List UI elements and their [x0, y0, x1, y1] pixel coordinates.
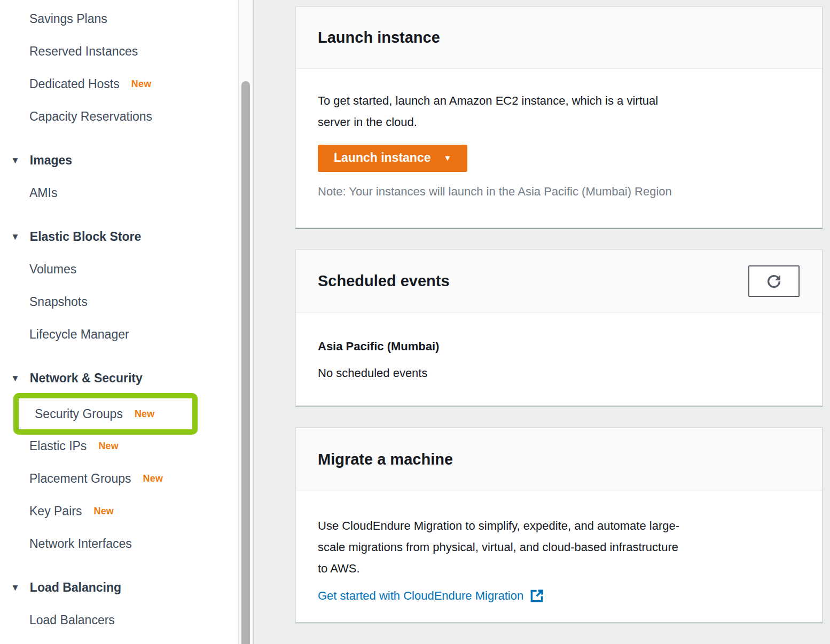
sidebar-item-volumes[interactable]: Volumes	[0, 253, 238, 286]
sidebar-item-load-balancers[interactable]: Load Balancers	[0, 604, 238, 637]
sidebar-scrollbar	[238, 0, 254, 644]
launch-instance-button[interactable]: Launch instance ▼	[318, 145, 467, 172]
chevron-down-icon: ▼	[11, 374, 20, 383]
sidebar-item-label: Savings Plans	[29, 12, 107, 26]
external-link-icon	[523, 589, 544, 603]
caret-down-icon: ▼	[443, 154, 451, 162]
launch-instance-description: To get started, launch an Amazon EC2 ins…	[318, 90, 801, 133]
ec2-dashboard-main: Launch instance To get started, launch a…	[254, 0, 830, 644]
sidebar-section-elastic-block-store[interactable]: ▼ Elastic Block Store	[0, 221, 238, 253]
cloudendure-link[interactable]: Get started with CloudEndure Migration	[318, 589, 544, 603]
card-title: Migrate a machine	[318, 451, 453, 468]
sidebar-section-load-balancing[interactable]: ▼ Load Balancing	[0, 571, 238, 604]
sidebar-item-capacity-reservations[interactable]: Capacity Reservations	[0, 100, 238, 133]
refresh-button[interactable]	[748, 265, 800, 297]
sidebar-section-network-security[interactable]: ▼ Network & Security	[0, 362, 238, 395]
sidebar-item-reserved-instances[interactable]: Reserved Instances	[0, 35, 238, 68]
sidebar-item-lifecycle-manager[interactable]: Lifecycle Manager	[0, 318, 238, 351]
new-badge: New	[135, 409, 155, 420]
sidebar-item-label: Volumes	[29, 262, 76, 277]
sidebar-item-label: Snapshots	[29, 295, 88, 309]
scheduled-events-card-header: Scheduled events	[296, 250, 822, 313]
scheduled-events-card-body: Asia Pacific (Mumbai) No scheduled event…	[296, 313, 822, 405]
sidebar-scrollbar-thumb[interactable]	[241, 81, 250, 644]
scheduled-events-status: No scheduled events	[318, 366, 801, 380]
ec2-sidebar: Savings Plans Reserved Instances Dedicat…	[0, 0, 238, 644]
sidebar-item-label: Security Groups	[35, 407, 123, 421]
new-badge: New	[93, 506, 114, 517]
sidebar-item-savings-plans[interactable]: Savings Plans	[0, 3, 238, 35]
migrate-description: Use CloudEndure Migration to simplify, e…	[318, 515, 801, 579]
new-badge: New	[143, 473, 163, 484]
launch-instance-card-body: To get started, launch an Amazon EC2 ins…	[296, 69, 822, 227]
sidebar-item-amis[interactable]: AMIs	[0, 177, 238, 209]
new-badge: New	[131, 78, 152, 90]
launch-instance-button-label: Launch instance	[334, 151, 430, 165]
sidebar-section-label: Images	[30, 153, 72, 168]
sidebar-item-elastic-ips[interactable]: Elastic IPs New	[0, 430, 238, 462]
highlight-box: Security Groups New	[13, 393, 198, 435]
sidebar-item-label: Lifecycle Manager	[29, 327, 129, 342]
sidebar-item-label: Load Balancers	[29, 613, 115, 627]
new-badge: New	[98, 441, 119, 452]
card-title: Launch instance	[318, 29, 440, 46]
launch-instance-card-header: Launch instance	[296, 7, 822, 69]
sidebar-section-label: Load Balancing	[30, 580, 121, 595]
launch-region-note: Note: Your instances will launch in the …	[318, 185, 801, 199]
migrate-machine-card: Migrate a machine Use CloudEndure Migrat…	[295, 427, 823, 623]
sidebar-item-label: Elastic IPs	[29, 439, 87, 453]
sidebar-section-images[interactable]: ▼ Images	[0, 144, 238, 177]
migrate-machine-card-header: Migrate a machine	[296, 428, 822, 491]
sidebar-item-label: Reserved Instances	[29, 44, 138, 59]
chevron-down-icon: ▼	[11, 583, 20, 592]
sidebar-item-label: Placement Groups	[29, 472, 131, 486]
card-title: Scheduled events	[318, 272, 450, 290]
sidebar-item-dedicated-hosts[interactable]: Dedicated Hosts New	[0, 68, 238, 100]
migrate-machine-card-body: Use CloudEndure Migration to simplify, e…	[296, 491, 822, 622]
sidebar-item-label: Network Interfaces	[29, 537, 132, 551]
cloudendure-link-label: Get started with CloudEndure Migration	[318, 589, 523, 603]
sidebar-item-network-interfaces[interactable]: Network Interfaces	[0, 528, 238, 560]
sidebar-item-security-groups[interactable]: Security Groups New	[19, 398, 192, 429]
chevron-down-icon: ▼	[11, 156, 20, 165]
sidebar-section-label: Elastic Block Store	[30, 230, 141, 244]
sidebar-item-label: Key Pairs	[29, 504, 82, 519]
sidebar-item-key-pairs[interactable]: Key Pairs New	[0, 495, 238, 528]
sidebar-item-label: Capacity Reservations	[29, 109, 152, 124]
chevron-down-icon: ▼	[11, 232, 20, 241]
scheduled-events-card: Scheduled events Asia Pacific (Mumbai) N…	[295, 249, 823, 406]
sidebar-item-snapshots[interactable]: Snapshots	[0, 286, 238, 318]
sidebar-item-label: Dedicated Hosts	[29, 77, 120, 91]
launch-instance-card: Launch instance To get started, launch a…	[295, 6, 823, 228]
sidebar-item-label: AMIs	[29, 186, 57, 200]
sidebar-section-label: Network & Security	[30, 371, 143, 386]
region-name: Asia Pacific (Mumbai)	[318, 340, 801, 354]
sidebar-item-placement-groups[interactable]: Placement Groups New	[0, 462, 238, 495]
refresh-icon	[764, 272, 784, 291]
